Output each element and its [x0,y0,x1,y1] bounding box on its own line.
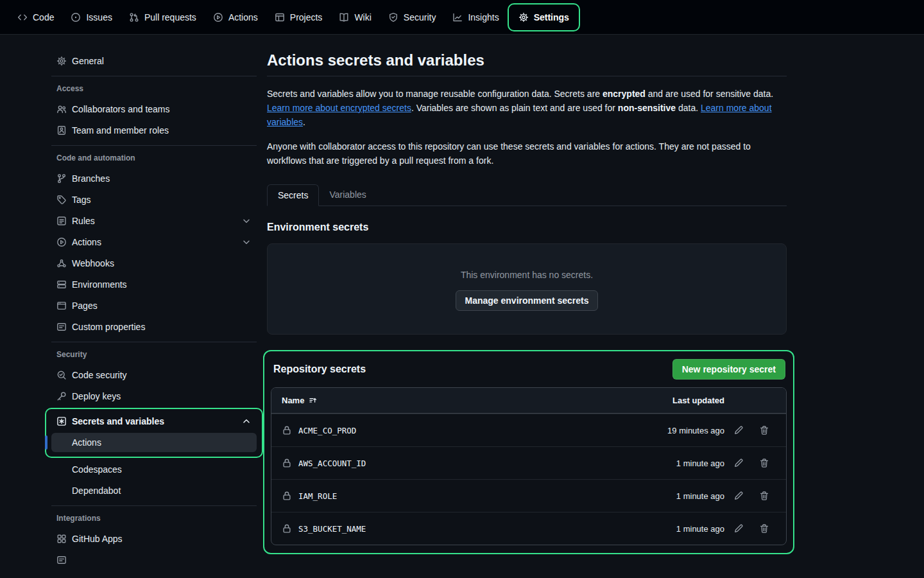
chevron-up-icon [241,416,252,426]
nav-tab-security-label: Security [404,12,436,22]
sidebar-item-deploy-keys-label: Deploy keys [72,391,121,401]
play-icon [213,12,223,22]
edit-secret-button[interactable] [727,517,750,540]
intro-text: . Variables are shown as plain text and … [411,103,618,113]
code-icon [17,12,28,22]
intro-text: Secrets and variables allow you to manag… [267,89,603,99]
sidebar-item-team-roles-label: Team and member roles [72,125,169,136]
secret-name: AWS_ACCOUNT_ID [298,459,366,468]
sidebar-item-tags[interactable]: Tags [51,190,257,209]
lock-icon [282,458,292,468]
sidebar-item-code-security-label: Code security [72,370,127,380]
sidebar-item-actions[interactable]: Actions [51,232,257,252]
trash-icon [759,523,769,534]
sidebar-subitem-dependabot[interactable]: Dependabot [51,481,257,500]
secret-name: IAM_ROLE [298,491,337,501]
sidebar-item-code-security[interactable]: Code security [51,365,257,385]
nav-tab-projects-label: Projects [290,12,323,22]
nav-tab-issues[interactable]: Issues [62,0,120,34]
secret-last-updated: 19 minutes ago [635,426,724,435]
nav-tab-issues-label: Issues [86,12,112,22]
nav-tab-insights[interactable]: Insights [444,0,507,34]
nav-tab-code[interactable]: Code [9,0,62,34]
nav-tab-security[interactable]: Security [380,0,445,34]
sidebar-item-team-roles[interactable]: Team and member roles [51,121,257,140]
issue-opened-icon [71,12,81,22]
sort-ascending-icon[interactable] [309,396,318,405]
sidebar-item-environments[interactable]: Environments [51,275,257,294]
nav-tab-actions[interactable]: Actions [205,0,266,34]
sidebar-item-clipped[interactable] [51,550,257,570]
nav-tab-pull-requests-label: Pull requests [144,12,196,22]
table-row: S3_BUCKET_NAME 1 minute ago [271,512,786,545]
manage-environment-secrets-button[interactable]: Manage environment secrets [456,290,599,311]
tag-icon [56,195,67,205]
sidebar-subitem-codespaces[interactable]: Codespaces [51,460,257,479]
sidebar-item-custom-properties[interactable]: Custom properties [51,317,257,337]
secrets-variables-tabnav: Secrets Variables [267,184,787,206]
nav-tab-settings-label: Settings [534,12,569,22]
sidebar-item-secrets-and-variables-label: Secrets and variables [72,416,164,426]
tab-secrets[interactable]: Secrets [267,184,319,206]
sidebar-item-tags-label: Tags [72,195,91,205]
sidebar-item-webhooks-label: Webhooks [72,258,114,268]
note-icon [56,555,67,565]
sidebar-item-github-apps[interactable]: GitHub Apps [51,529,257,548]
sidebar-item-secrets-and-variables[interactable]: Secrets and variables [51,412,257,431]
sidebar-item-rules[interactable]: Rules [51,211,257,231]
delete-secret-button[interactable] [753,484,776,507]
sidebar-section-access: Access Collaborators and teams Team and … [51,76,257,140]
table-icon [275,12,285,22]
sidebar-item-branches-label: Branches [72,173,110,184]
sidebar-item-branches[interactable]: Branches [51,169,257,188]
codescan-icon [56,370,67,380]
sidebar-item-general-label: General [72,56,104,66]
sidebar-item-webhooks[interactable]: Webhooks [51,254,257,273]
sidebar-item-deploy-keys[interactable]: Deploy keys [51,387,257,406]
new-repository-secret-button[interactable]: New repository secret [672,359,785,380]
sidebar-item-custom-properties-label: Custom properties [72,322,145,332]
edit-secret-button[interactable] [727,451,750,475]
gear-icon [56,56,67,66]
environment-secrets-heading: Environment secrets [267,222,787,233]
nav-tab-projects[interactable]: Projects [266,0,331,34]
pencil-icon [733,458,744,468]
sidebar-item-collaborators[interactable]: Collaborators and teams [51,100,257,119]
trash-icon [759,491,769,501]
repository-secrets-heading: Repository secrets [273,363,366,375]
nav-tab-actions-label: Actions [228,12,258,22]
chevron-down-icon [241,216,252,226]
edit-secret-button[interactable] [727,484,750,507]
intro-paragraph: Secrets and variables allow you to manag… [267,87,787,129]
tab-variables[interactable]: Variables [319,184,376,206]
note-icon [56,322,67,332]
repository-secrets-table: Name Last updated ACME_CO_PROD 19 minute… [271,387,787,545]
lock-icon [282,491,292,501]
link-encrypted-secrets[interactable]: Learn more about encrypted secrets [267,103,411,113]
trash-icon [759,458,769,468]
secret-name-cell: IAM_ROLE [282,491,635,501]
settings-main-content: Actions secrets and variables Secrets an… [267,35,787,554]
sidebar-section-integrations: Integrations GitHub Apps [51,505,257,570]
delete-secret-button[interactable] [753,517,776,540]
page-title: Actions secrets and variables [267,51,787,69]
apps-icon [56,534,67,544]
nav-tab-code-label: Code [33,12,54,22]
sidebar-item-general[interactable]: General [51,51,257,71]
github-repo-settings-page: Code Issues Pull requests Actions Projec… [0,0,924,578]
webhook-icon [56,258,67,268]
sidebar-item-pages[interactable]: Pages [51,296,257,315]
nav-tab-settings[interactable]: Settings [510,4,578,30]
column-header-last-updated: Last updated [635,396,724,405]
page-head: Actions secrets and variables [267,51,787,76]
edit-secret-button[interactable] [727,419,750,442]
nav-tab-wiki[interactable]: Wiki [330,0,379,34]
delete-secret-button[interactable] [753,419,776,442]
pencil-icon [733,425,744,435]
delete-secret-button[interactable] [753,451,776,475]
annotation-ring-repository-secrets: Repository secrets New repository secret… [263,350,794,554]
server-icon [56,279,67,290]
nav-tab-pull-requests[interactable]: Pull requests [121,0,205,34]
shield-icon [388,12,398,22]
sidebar-subitem-actions[interactable]: Actions [51,433,257,452]
